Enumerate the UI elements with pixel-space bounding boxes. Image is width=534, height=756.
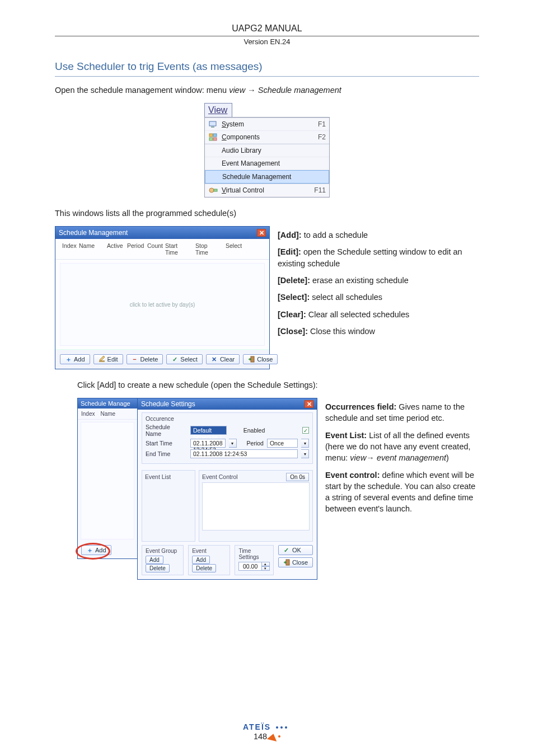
header-rule <box>55 36 479 36</box>
door-icon <box>248 356 255 363</box>
list-line: This windows lists all the programmed sc… <box>55 208 479 219</box>
view-menu-item-virtual-control[interactable]: Virtual Control F11 <box>205 184 329 197</box>
desc-select: [Select]: select all schedules <box>278 292 479 303</box>
svg-point-12 <box>280 726 283 729</box>
clear-button[interactable]: ✕Clear <box>206 354 240 364</box>
enabled-checkbox[interactable]: ✓ <box>302 427 309 434</box>
desc-clear-text: Clear all selected schedules <box>306 310 410 319</box>
ss-desc-evlist-label: Event List: <box>325 431 367 440</box>
btn-label: Add <box>74 356 85 363</box>
menu-key: F11 <box>314 186 326 194</box>
schedule-name-input[interactable]: Default Schedule 1 <box>190 426 227 435</box>
delete-button[interactable]: −Delete <box>127 354 163 364</box>
view-menu-item-system[interactable]: System F1 <box>205 118 329 131</box>
brand-text: ATEÏS <box>243 722 271 731</box>
time-value-input[interactable]: 00.00 <box>238 562 261 571</box>
open-arrow: → <box>245 86 258 95</box>
view-menu-item-components[interactable]: Components F2 <box>205 131 329 144</box>
occurrence-header: Occurence <box>146 415 309 422</box>
add-button[interactable]: ＋Add <box>60 354 90 364</box>
period-label: Period <box>247 440 264 447</box>
dropdown-icon[interactable]: ▾ <box>229 439 237 448</box>
page-number: 148 <box>254 732 267 741</box>
ss-desc-evlist-arrow: → <box>366 453 374 462</box>
btn-label: Select <box>180 356 198 363</box>
svg-rect-7 <box>214 189 217 191</box>
spinner-up-icon[interactable]: ▴ <box>262 562 270 566</box>
ss-window-title: Schedule Settings <box>141 400 195 408</box>
btn-label: Delete <box>140 356 158 363</box>
ev-delete-button[interactable]: Delete <box>192 564 216 572</box>
left-add-button[interactable]: ＋Add <box>81 545 111 555</box>
check-icon: ✓ <box>171 356 178 363</box>
desc-add: [Add]: to add a schedule <box>278 229 479 241</box>
col-select: Select <box>223 241 243 257</box>
svg-point-6 <box>209 188 214 192</box>
brand-dots-icon <box>274 725 291 730</box>
ev-add-button[interactable]: Add <box>192 556 210 564</box>
page-footer: ATEÏS 148 <box>0 722 534 741</box>
view-menu-item-audio-library[interactable]: Audio Library <box>205 144 329 157</box>
end-time-label: End Time <box>146 450 187 457</box>
btn-label: Close <box>292 559 308 566</box>
dropdown-icon[interactable]: ▾ <box>301 449 309 458</box>
desc-clear: [Clear]: Clear all selected schedules <box>278 309 479 320</box>
edit-icon <box>99 356 105 363</box>
menu-key: F2 <box>318 133 326 141</box>
svg-rect-5 <box>213 138 217 140</box>
sm-placeholder: click to let active by day(s) <box>60 263 265 346</box>
schedule-name-label: Schedule Name <box>146 424 187 437</box>
view-menu-figure: View System F1 Components F2 A <box>204 103 330 198</box>
view-menu-tab[interactable]: View <box>204 103 232 117</box>
sm-window-title: Schedule Management <box>59 229 128 237</box>
col-active: Active <box>105 241 125 257</box>
event-group-header: Event Group <box>146 548 180 554</box>
menu-label: Event Management <box>222 159 326 167</box>
desc-close: [Close]: Close this window <box>278 326 479 337</box>
click-add-line: Click [Add] to create a new schedule (op… <box>77 379 479 391</box>
event-box: Event Add Delete <box>188 545 230 575</box>
ok-button[interactable]: ✓OK <box>278 545 313 555</box>
plus-icon: ＋ <box>86 547 93 553</box>
schedule-settings-window: Schedule Settings ✕ Occurence Schedule N… <box>137 398 317 580</box>
view-menu-item-schedule-management[interactable]: Schedule Management <box>205 170 329 184</box>
blank-icon <box>209 172 219 181</box>
menu-label: Schedule Management <box>222 173 325 181</box>
end-time-input[interactable]: 02.11.2008 12:24:53 <box>190 449 298 458</box>
ss-desc-evlist-text-b: ) <box>446 453 449 462</box>
eg-add-button[interactable]: Add <box>146 556 163 564</box>
section-rule <box>55 76 479 77</box>
close-icon[interactable]: ✕ <box>305 400 313 408</box>
spinner-down-icon[interactable]: ▾ <box>262 566 270 571</box>
system-icon <box>208 120 218 129</box>
event-group-box: Event Group Add Delete <box>142 545 184 575</box>
menu-label: System <box>222 120 315 128</box>
time-settings-box: Time Settings 00.00 ▴ ▾ <box>235 545 273 575</box>
x-icon: ✕ <box>211 356 218 363</box>
svg-rect-8 <box>99 360 105 362</box>
blank-icon <box>208 159 218 168</box>
edit-button[interactable]: Edit <box>93 354 123 364</box>
start-time-input[interactable]: 02.11.2008 12:24:53 <box>190 439 226 448</box>
svg-rect-4 <box>209 138 213 140</box>
select-button[interactable]: ✓Select <box>166 354 203 364</box>
eg-delete-button[interactable]: Delete <box>146 564 170 572</box>
view-menu-item-event-management[interactable]: Event Management <box>205 157 329 170</box>
start-time-label: Start Time <box>146 440 187 447</box>
close-icon[interactable]: ✕ <box>257 229 266 237</box>
onoff-button[interactable]: On 0s <box>286 473 309 481</box>
col-stop: Stop Time <box>193 241 223 257</box>
dropdown-icon[interactable]: ▾ <box>301 439 309 448</box>
ss-close-button[interactable]: Close <box>278 557 313 567</box>
time-settings-header: Time Settings <box>238 548 269 560</box>
close-button[interactable]: Close <box>243 354 278 364</box>
open-schedule-line: Open the schedule management window: men… <box>55 84 479 96</box>
menu-label: Components <box>222 133 315 141</box>
btn-label: OK <box>292 547 301 553</box>
period-select[interactable]: Once <box>267 439 298 448</box>
header-title: UAPG2 MANUAL <box>55 24 479 34</box>
menu-key: F1 <box>318 120 326 128</box>
ss-desc-evlist-em: event management <box>377 453 446 462</box>
desc-edit-label: [Edit]: <box>278 247 301 256</box>
col-period: Period <box>125 241 145 257</box>
